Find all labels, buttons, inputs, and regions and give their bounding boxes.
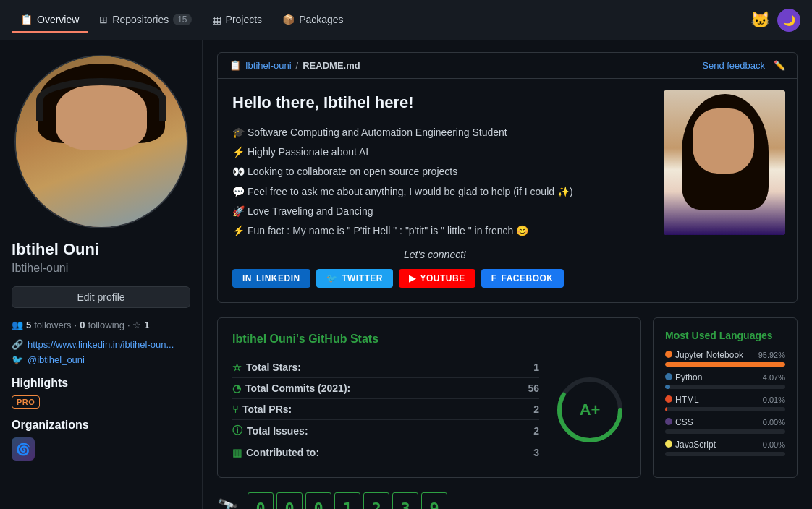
highlights-title: Highlights	[12, 377, 190, 390]
readme-card: 📋 Ibtihel-ouni / README.md Send feedback…	[217, 52, 798, 303]
lang-bar-fill	[665, 385, 670, 389]
language-item: CSS 0.00%	[665, 417, 785, 434]
readme-photo-image	[664, 90, 785, 235]
profile-avatar: 😊	[14, 55, 188, 228]
breadcrumb-user[interactable]: Ibtihel-ouni	[245, 60, 292, 71]
tab-repositories[interactable]: ⊞ Repositories 15	[90, 8, 200, 33]
stat-label: ◔ Total Commits (2021):	[232, 382, 350, 394]
lang-name: JavaScript	[665, 440, 716, 450]
star-icon: ☆	[232, 362, 242, 373]
social-buttons: in LINKEDIN🐦 TWITTER▶ YOUTUBEf FACEBOOK	[232, 269, 638, 288]
readme-line: ⚡ Highly Passionate about AI	[232, 143, 638, 161]
twitter-icon: 🐦	[326, 273, 338, 283]
counter-digits: 0001239	[248, 492, 447, 509]
readme-header: 📋 Ibtihel-ouni / README.md Send feedback…	[218, 53, 797, 79]
profile-username: Ibtihel-ouni	[12, 262, 190, 275]
tab-projects-label: Projects	[226, 14, 263, 25]
follow-stats: 👥 5 followers · 0 following · ☆ 1	[12, 320, 190, 330]
languages-card: Most Used Languages Jupyter Notebook 95.…	[653, 317, 798, 478]
stat-label: ▥ Contributed to:	[232, 447, 319, 458]
readme-line: ⚡ Fun fact : My name is " P'tit Hell " :…	[232, 222, 638, 240]
profile-name: Ibtihel Ouni	[12, 240, 190, 259]
readme-breadcrumb: 📋 Ibtihel-ouni / README.md	[229, 60, 360, 71]
send-feedback-link[interactable]: Send feedback	[702, 60, 765, 71]
lang-bar-bg	[665, 452, 785, 456]
lang-header: Python 4.07%	[665, 372, 785, 382]
lang-name: Python	[665, 372, 702, 382]
twitter-link[interactable]: 🐦 @ibtihel_ouni	[12, 354, 190, 365]
packages-icon: 📦	[282, 14, 295, 25]
readme-title: Hello there, Ibtihel here!	[232, 93, 638, 112]
stats-card-title: Ibtihel Ouni's GitHub Stats	[232, 333, 626, 346]
tab-projects[interactable]: ▦ Projects	[203, 8, 271, 33]
grade-circle: A+	[554, 374, 626, 446]
readme-header-actions: Send feedback ✏️	[702, 60, 785, 71]
repo-icon: ⊞	[99, 14, 108, 25]
youtube-icon: ▶	[409, 273, 416, 283]
lang-pct: 0.00%	[763, 418, 785, 427]
counter-digit: 1	[334, 492, 360, 509]
lang-bar-bg	[665, 407, 785, 411]
main-layout: 😊 Ibtihel Ouni Ibtihel-ouni Edit profile…	[0, 40, 812, 509]
lang-header: Jupyter Notebook 95.92%	[665, 350, 785, 360]
main-content: 📋 Ibtihel-ouni / README.md Send feedback…	[203, 40, 812, 509]
language-item: HTML 0.01%	[665, 395, 785, 411]
readme-title-rest: , Ibtihel here!	[315, 93, 414, 111]
social-btn-twitter[interactable]: 🐦 TWITTER	[316, 269, 393, 288]
readme-line: 💬 Feel free to ask me about anything, I …	[232, 183, 638, 201]
linkedin-url: https://www.linkedin.in/ibtihel-oun...	[28, 339, 174, 350]
stat-row: ☆ Total Stars: 1	[232, 357, 539, 378]
lang-name: CSS	[665, 417, 693, 427]
stat-label: ⑂ Total PRs:	[232, 403, 292, 415]
lang-pct: 95.92%	[758, 351, 785, 359]
readme-line: 🎓 Software Computing and Automation Engi…	[232, 124, 638, 142]
lang-pct: 0.01%	[763, 395, 785, 404]
pr-icon: ⑂	[232, 403, 238, 415]
stat-value: 2	[533, 403, 539, 415]
following-count[interactable]: 0	[80, 320, 85, 330]
edit-profile-button[interactable]: Edit profile	[12, 286, 190, 308]
grade-text: A+	[580, 401, 601, 419]
user-avatar-nav[interactable]: 🌙	[777, 9, 800, 32]
smile-emoji: 😊	[166, 207, 184, 224]
counter-digit: 2	[363, 492, 389, 509]
readme-title-bold: Hello there	[232, 93, 315, 111]
lang-header: HTML 0.01%	[665, 395, 785, 405]
lets-connect: Let's connect!	[232, 249, 638, 260]
cat-icon[interactable]: 🐱	[748, 9, 771, 32]
clock-icon: ◔	[232, 382, 241, 394]
stat-row: ▥ Contributed to: 3	[232, 442, 539, 463]
readme-line: 👀 Looking to collaborate on open source …	[232, 163, 638, 181]
tab-packages-label: Packages	[299, 14, 343, 25]
followers-count[interactable]: 5	[26, 320, 31, 330]
social-btn-youtube[interactable]: ▶ YOUTUBE	[399, 269, 475, 288]
stat-value: 56	[528, 382, 539, 394]
repositories-badge: 15	[173, 14, 191, 25]
followers-icon: 👥	[12, 320, 23, 330]
readme-photo	[652, 79, 797, 302]
lang-dot	[665, 395, 672, 403]
lang-bar-fill	[665, 362, 785, 367]
edit-pencil-icon[interactable]: ✏️	[774, 60, 785, 71]
readme-book-icon: 📋	[229, 60, 241, 71]
tab-packages[interactable]: 📦 Packages	[274, 8, 352, 33]
link-icon: 🔗	[12, 339, 23, 350]
social-btn-facebook[interactable]: f FACEBOOK	[481, 269, 564, 288]
social-btn-linkedin[interactable]: in LINKEDIN	[232, 269, 310, 288]
lang-name: Jupyter Notebook	[665, 350, 743, 360]
tab-overview[interactable]: 📋 Overview	[12, 8, 88, 33]
counter-section: 🔭 0001239	[217, 492, 798, 509]
languages-title: Most Used Languages	[665, 330, 785, 341]
stats-section: Ibtihel Ouni's GitHub Stats ☆ Total Star…	[217, 317, 798, 478]
following-label: following	[88, 320, 124, 330]
stat-value: 2	[533, 425, 539, 437]
language-item: Python 4.07%	[665, 372, 785, 389]
projects-icon: ▦	[212, 14, 221, 25]
lang-bar-fill	[665, 407, 667, 411]
linkedin-link[interactable]: 🔗 https://www.linkedin.in/ibtihel-oun...	[12, 339, 190, 350]
followers-label: followers	[34, 320, 71, 330]
stars-count[interactable]: 1	[144, 320, 149, 330]
lang-header: CSS 0.00%	[665, 417, 785, 427]
org-avatar[interactable]: 🌀	[12, 437, 35, 461]
breadcrumb-file: README.md	[303, 60, 360, 71]
